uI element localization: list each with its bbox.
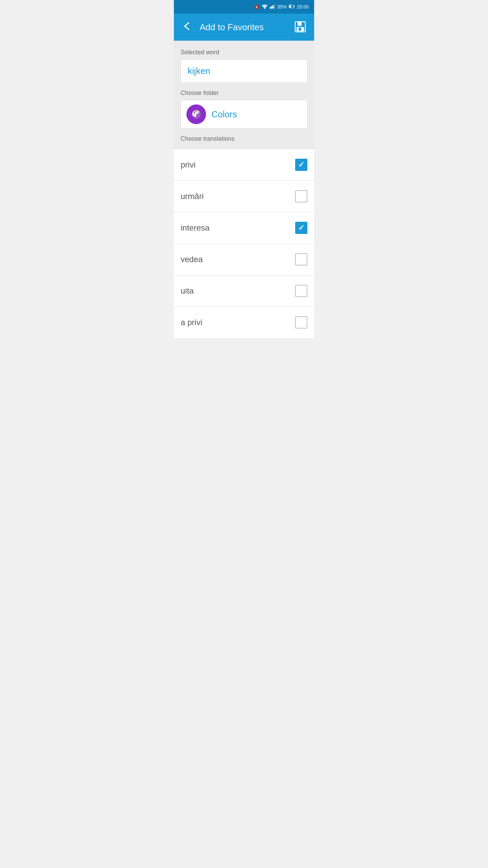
mute-icon: 🔇 [254, 4, 260, 9]
translation-text: interesa [181, 223, 209, 233]
translation-text: privi [181, 160, 196, 170]
status-bar: 🔇 35% 20:00 [174, 0, 314, 14]
folder-selector[interactable]: Colors [181, 100, 307, 129]
translation-checkbox[interactable] [295, 190, 307, 202]
svg-rect-2 [271, 6, 272, 8]
svg-rect-6 [294, 5, 294, 7]
back-button[interactable] [179, 19, 194, 36]
translation-text: vedea [181, 255, 203, 264]
translations-list: priviurmăriinteresavedeauitaa privi [174, 149, 314, 338]
translation-item[interactable]: vedea [174, 244, 314, 275]
signal-icon [270, 4, 275, 10]
battery-percent: 35% [277, 4, 287, 9]
choose-folder-label: Choose folder [181, 90, 307, 97]
translation-text: uita [181, 286, 194, 296]
translation-item[interactable]: uita [174, 275, 314, 307]
choose-translations-label: Choose translations [181, 135, 307, 142]
svg-rect-3 [272, 5, 273, 8]
app-bar: Add to Favorites [174, 14, 314, 41]
translation-checkbox[interactable] [295, 159, 307, 171]
translation-checkbox[interactable] [295, 222, 307, 234]
clock: 20:00 [297, 4, 309, 9]
form-content: Selected word Choose folder Colors Choos… [174, 41, 314, 149]
translation-item[interactable]: privi [174, 149, 314, 181]
page-title: Add to Favorites [200, 22, 264, 33]
svg-rect-10 [298, 22, 302, 26]
svg-rect-1 [270, 7, 271, 8]
translation-item[interactable]: interesa [174, 212, 314, 244]
svg-point-16 [197, 111, 198, 112]
save-button[interactable] [292, 18, 309, 36]
word-input-container [181, 59, 307, 83]
translation-item[interactable]: urmări [174, 181, 314, 212]
wifi-icon [262, 4, 268, 10]
battery-icon [289, 4, 295, 9]
translation-checkbox[interactable] [295, 253, 307, 265]
word-input[interactable] [188, 66, 300, 76]
selected-word-label: Selected word [181, 49, 307, 56]
svg-rect-12 [299, 28, 301, 31]
svg-point-17 [198, 112, 199, 114]
translation-checkbox[interactable] [295, 316, 307, 329]
svg-point-15 [195, 111, 196, 112]
translation-checkbox[interactable] [295, 285, 307, 297]
svg-point-0 [264, 8, 265, 9]
folder-name: Colors [211, 109, 237, 120]
translation-item[interactable]: a privi [174, 307, 314, 338]
svg-point-14 [194, 112, 195, 114]
translation-text: a privi [181, 318, 202, 327]
svg-rect-4 [274, 4, 275, 8]
status-icons: 🔇 35% 20:00 [254, 4, 309, 10]
translation-text: urmări [181, 192, 204, 201]
palette-icon [190, 108, 202, 120]
folder-icon-circle [186, 104, 206, 124]
